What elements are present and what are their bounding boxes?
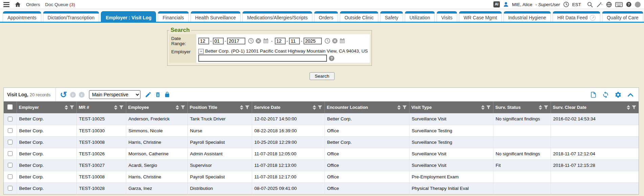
prev-page-icon[interactable]: ‹ xyxy=(70,92,76,98)
orders-link[interactable]: Orders xyxy=(26,2,40,7)
sort-icon[interactable] xyxy=(481,105,485,110)
table-row[interactable]: Better Corp. TEST-10028 Garza, Inez Dist… xyxy=(4,182,639,194)
sort-icon[interactable] xyxy=(627,105,630,110)
tab[interactable]: Orders xyxy=(314,11,338,22)
table-row[interactable]: Better Corp. TEST-10025 Anderson, Freder… xyxy=(4,113,639,125)
avatar[interactable] xyxy=(635,2,641,7)
filter-icon[interactable] xyxy=(543,105,549,110)
tab[interactable]: HR Data Feed ↗ xyxy=(553,11,600,22)
to-month-input[interactable] xyxy=(275,38,286,44)
row-checkbox[interactable] xyxy=(8,128,13,133)
row-checkbox[interactable] xyxy=(8,186,13,191)
sort-icon[interactable] xyxy=(65,105,68,110)
tab[interactable]: Medications/Allergies/Scripts xyxy=(242,11,312,22)
employer-field: − Better Corp. (PO-1) 12001 Pacific Coas… xyxy=(196,47,370,63)
perspective-select[interactable]: Main Perspective xyxy=(89,90,140,99)
clear-date-icon[interactable] xyxy=(256,38,261,44)
from-day-input[interactable] xyxy=(213,38,224,44)
row-checkbox[interactable] xyxy=(8,117,13,121)
doc-queue-link[interactable]: Doc Queue (3) xyxy=(45,2,75,7)
column-header[interactable]: Position Title xyxy=(187,101,252,113)
collapse-icon[interactable] xyxy=(627,92,634,97)
filter-icon[interactable] xyxy=(631,105,637,110)
sort-icon[interactable] xyxy=(240,105,243,110)
tab[interactable]: Safety xyxy=(380,11,403,22)
filter-icon[interactable] xyxy=(486,105,491,110)
table-row[interactable]: Better Corp. TEST-10008 Harris, Christin… xyxy=(4,136,639,148)
refresh-icon[interactable] xyxy=(602,91,609,98)
new-document-icon[interactable] xyxy=(590,91,597,98)
sort-icon[interactable] xyxy=(539,105,542,110)
next-page-icon[interactable]: › xyxy=(79,92,85,98)
menu-icon[interactable] xyxy=(3,2,9,7)
help-icon[interactable]: ? xyxy=(626,1,632,7)
table-row[interactable]: Better Corp. TEST-10027 Acardi, Sergio S… xyxy=(4,159,639,171)
filter-icon[interactable] xyxy=(180,105,185,110)
user-name[interactable]: MIE, Alice xyxy=(512,2,532,7)
time-picker-icon[interactable] xyxy=(325,38,330,44)
calendar-icon[interactable] xyxy=(339,38,345,44)
from-year-input[interactable] xyxy=(227,38,245,44)
tab[interactable]: Financials xyxy=(158,11,188,22)
employer-search-input[interactable] xyxy=(198,55,327,62)
tab[interactable]: Outside Clinic xyxy=(340,11,378,22)
edit-icon[interactable] xyxy=(145,91,152,98)
keyboard-icon[interactable] xyxy=(615,2,623,7)
column-header[interactable]: Employee xyxy=(126,101,187,113)
search-button[interactable]: Search xyxy=(309,72,335,80)
row-checkbox[interactable] xyxy=(8,163,13,168)
delete-icon[interactable] xyxy=(155,91,161,98)
select-all-checkbox[interactable] xyxy=(7,104,13,110)
filter-icon[interactable] xyxy=(245,105,250,110)
tab[interactable]: Employer : Visit Log xyxy=(101,11,156,22)
calendar-icon[interactable] xyxy=(263,38,269,44)
row-checkbox[interactable] xyxy=(8,140,13,144)
time-picker-icon[interactable] xyxy=(248,38,254,44)
to-day-input[interactable] xyxy=(289,38,300,44)
settings-gear-icon[interactable] xyxy=(615,91,622,98)
sort-icon[interactable] xyxy=(176,105,179,110)
table-row[interactable]: Better Corp. TEST-10008 Harris, Christin… xyxy=(4,171,639,182)
column-header[interactable]: Visit Type xyxy=(409,101,493,113)
undo-icon[interactable]: ↺ xyxy=(60,91,67,98)
row-checkbox[interactable] xyxy=(8,151,13,156)
external-link-icon[interactable]: ↗ xyxy=(590,15,596,21)
tab[interactable]: Health Surveillance xyxy=(191,11,241,22)
tab[interactable]: Dictation/Transcription xyxy=(43,11,99,22)
table-row[interactable]: Better Corp. TEST-10030 Simmons, Nicole … xyxy=(4,125,639,136)
filter-icon[interactable] xyxy=(119,105,124,110)
lock-icon[interactable] xyxy=(164,91,170,98)
date-range-field: - - - - - xyxy=(196,34,370,47)
tab[interactable]: Industrial Hygiene xyxy=(504,11,551,22)
ai-badge[interactable]: AI xyxy=(493,1,500,7)
sort-icon[interactable] xyxy=(313,105,316,110)
table-row[interactable]: Better Corp. TEST-10026 Morrison, Cather… xyxy=(4,148,639,159)
select-all-header[interactable] xyxy=(4,101,17,113)
home-icon[interactable] xyxy=(15,1,21,7)
column-header[interactable]: Service Date xyxy=(252,101,325,113)
to-year-input[interactable] xyxy=(304,38,322,44)
filter-icon[interactable] xyxy=(402,105,407,110)
column-header[interactable]: Surv. Status xyxy=(493,101,551,113)
tab[interactable]: Quality of Care xyxy=(602,11,643,22)
tab[interactable]: Utilization xyxy=(405,11,435,22)
column-header[interactable]: Surv. Clear Date xyxy=(551,101,639,113)
tab[interactable]: Visits xyxy=(437,11,457,22)
row-checkbox[interactable] xyxy=(8,174,13,179)
wand-icon[interactable] xyxy=(596,1,603,8)
sort-icon[interactable] xyxy=(397,105,401,110)
tab[interactable]: WR Case Mgmt xyxy=(459,11,502,22)
remove-employer-button[interactable]: − xyxy=(198,49,204,54)
column-header[interactable]: Employer xyxy=(17,101,76,113)
column-header[interactable]: Encounter Location xyxy=(325,101,409,113)
tab[interactable]: Appointments xyxy=(3,11,41,22)
search-icon[interactable] xyxy=(587,1,593,8)
clear-date-icon[interactable] xyxy=(332,38,338,44)
employer-help-icon[interactable]: ? xyxy=(329,56,334,61)
from-month-input[interactable] xyxy=(198,38,209,44)
filter-icon[interactable] xyxy=(317,105,323,110)
column-header[interactable]: MR # xyxy=(76,101,126,113)
sort-icon[interactable] xyxy=(114,105,117,110)
filter-icon[interactable] xyxy=(69,105,74,110)
globe-icon[interactable] xyxy=(606,1,612,8)
